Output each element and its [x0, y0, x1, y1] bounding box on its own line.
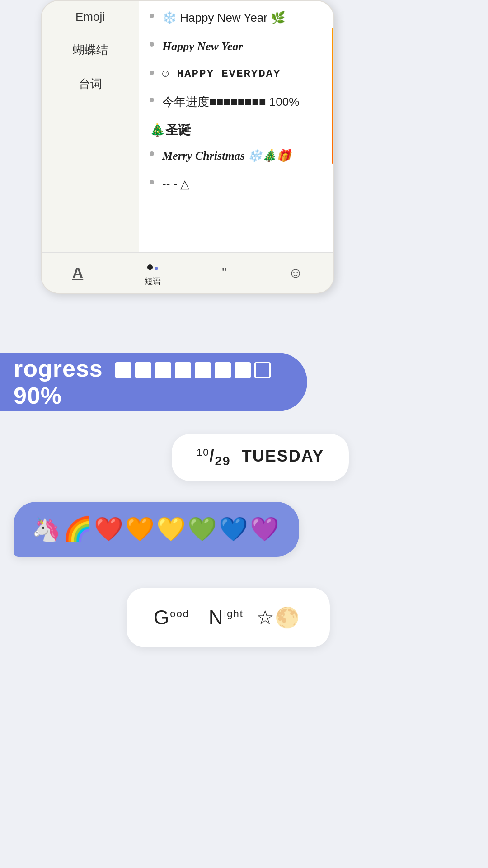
list-item: Merry Christmas ❄️🎄🎁 — [150, 147, 323, 165]
square-7 — [235, 362, 251, 378]
christmas-header: 🎄圣诞 — [150, 122, 323, 139]
bullet-icon — [150, 71, 154, 75]
sidebar-item-emoji[interactable]: Emoji — [75, 10, 105, 24]
phrase-label: 短语 — [145, 276, 161, 287]
square-4 — [175, 362, 191, 378]
sidebar-item-dialogue[interactable]: 台词 — [79, 76, 102, 92]
square-2 — [135, 362, 151, 378]
sidebar-item-bowtie[interactable]: 蝴蝶结 — [73, 42, 108, 58]
square-1 — [115, 362, 131, 378]
weekday-text: TUESDAY — [242, 447, 324, 465]
bullet-icon — [150, 180, 154, 184]
phrase-button[interactable]: ●● 短语 — [145, 259, 161, 287]
month-text: 10 — [197, 447, 209, 458]
square-8-empty — [254, 362, 271, 378]
progress-bubble-text: rogress 90% — [14, 355, 307, 409]
emoji-text: 🦄🌈❤️🧡💛💚💙💜 — [32, 516, 281, 542]
goodnight-text: Good Night ☆🌕 — [154, 606, 303, 629]
list-item: 今年进度■■■■■■■■ 100% — [150, 93, 323, 111]
phrase-icon: ●● — [146, 259, 159, 274]
content-panel: ❄️ Happy New Year 🌿 Happy New Year ☺ HAP… — [139, 1, 333, 252]
list-item: -- - △ — [150, 175, 323, 193]
bullet-icon — [150, 98, 154, 102]
progress-bubble: rogress 90% — [0, 353, 307, 411]
quote-icon: " — [222, 264, 227, 281]
bullet-icon — [150, 151, 154, 156]
newyear-item-4: 今年进度■■■■■■■■ 100% — [162, 93, 323, 111]
square-6 — [215, 362, 231, 378]
emoji-button[interactable]: ☺ — [288, 264, 303, 281]
emoji-bubble: 🦄🌈❤️🧡💛💚💙💜 — [14, 502, 299, 557]
list-item: Happy New Year — [150, 38, 323, 55]
goodnight-bubble: Good Night ☆🌕 — [127, 588, 330, 647]
font-button[interactable]: A — [72, 264, 84, 282]
list-item: ❄️ Happy New Year 🌿 — [150, 9, 323, 27]
bottom-toolbar: A ●● 短语 " ☺ — [42, 252, 333, 293]
bullet-icon — [150, 42, 154, 47]
date-bubble: 10/29 TUESDAY — [172, 434, 349, 481]
christmas-item-2: -- - △ — [162, 175, 323, 193]
quote-button[interactable]: " — [222, 264, 227, 281]
newyear-item-1: ❄️ Happy New Year 🌿 — [162, 9, 323, 27]
smiley-icon: ☺ — [288, 264, 303, 281]
sidebar: Emoji 蝴蝶结 台词 — [42, 1, 139, 293]
newyear-item-2: Happy New Year — [162, 38, 323, 55]
phone-mockup: Emoji 蝴蝶结 台词 ❄️ Happy New Year 🌿 Happy N… — [41, 0, 334, 294]
day-text: 29 — [215, 454, 231, 468]
newyear-item-3: ☺ HAPPY EVERYDAY — [162, 66, 323, 82]
progress-squares — [115, 362, 271, 378]
bullet-icon — [150, 14, 154, 18]
font-icon: A — [72, 264, 84, 282]
list-item: ☺ HAPPY EVERYDAY — [150, 66, 323, 82]
square-3 — [155, 362, 171, 378]
date-text: 10/29 TUESDAY — [197, 447, 324, 468]
square-5 — [195, 362, 211, 378]
christmas-item-1: Merry Christmas ❄️🎄🎁 — [162, 147, 323, 165]
